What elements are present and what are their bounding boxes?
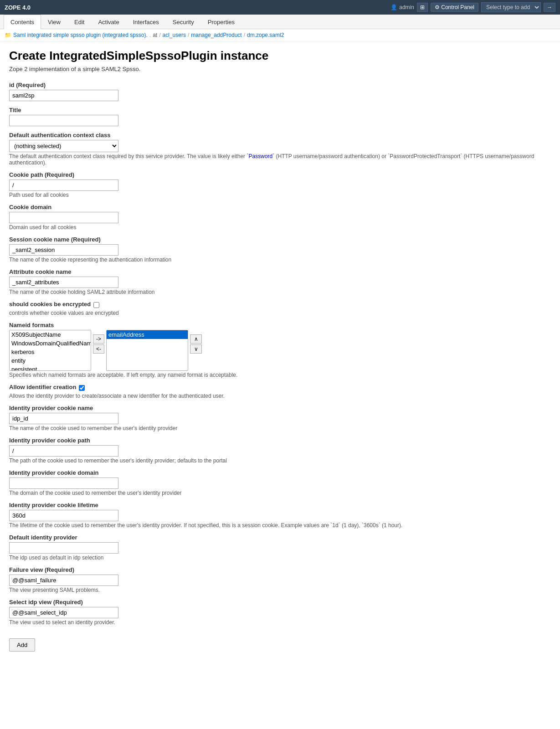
username-label: admin — [399, 4, 414, 10]
failure-view-row: Failure view (Required) The view present… — [9, 566, 551, 593]
idp-cookie-name-hint: The name of the cookie used to remember … — [9, 425, 551, 431]
tabs-bar: Contents View Edit Activate Interfaces S… — [0, 15, 560, 29]
allow-identifier-label: Allow identifier creation — [9, 384, 76, 390]
tab-activate[interactable]: Activate — [91, 15, 126, 29]
user-icon: 👤 — [390, 4, 397, 10]
failure-view-hint: The view presenting SAML problems. — [9, 587, 551, 593]
encrypt-cookies-hint: controls whether cookie values are encry… — [9, 310, 551, 316]
nameid-hint: Specifies which nameid formats are accep… — [9, 372, 551, 378]
session-cookie-input[interactable] — [9, 244, 118, 256]
id-input[interactable] — [9, 90, 118, 101]
breadcrumb-root[interactable]: Saml integrated simple spsso plugin (int… — [13, 32, 148, 38]
cookie-path-input[interactable] — [9, 180, 118, 191]
select-idp-view-label: Select idp view (Required) — [9, 599, 551, 606]
tab-view[interactable]: View — [41, 15, 67, 29]
idp-cookie-domain-hint: The domain of the cookie used to remembe… — [9, 490, 551, 496]
idp-cookie-lifetime-hint: The lifetime of the cookie used to remem… — [9, 522, 551, 529]
default-auth-row: Default authentication context class (no… — [9, 132, 551, 166]
control-panel-button[interactable]: ⚙ Control Panel — [431, 3, 478, 12]
main-content: Create IntegratedSimpleSpssoPlugin insta… — [0, 41, 560, 659]
idp-cookie-domain-row: Identity provider cookie domain The doma… — [9, 469, 551, 496]
default-idp-input[interactable] — [9, 542, 118, 554]
session-cookie-hint: The name of the cookie representing the … — [9, 257, 551, 263]
idp-cookie-path-row: Identity provider cookie path The path o… — [9, 437, 551, 464]
brand-label: ZOPE 4.0 — [5, 4, 31, 11]
idp-cookie-path-label: Identity provider cookie path — [9, 437, 551, 444]
cookie-domain-row: Cookie domain Domain used for all cookie… — [9, 204, 551, 231]
nameid-available-list[interactable]: X509SubjectName WindowsDomainQualifiedNa… — [9, 330, 91, 371]
add-button[interactable]: Add — [9, 638, 35, 652]
tab-contents[interactable]: Contents — [4, 15, 41, 29]
transfer-buttons: -> <- — [93, 334, 104, 354]
default-auth-hint: The default authentication context class… — [9, 153, 551, 166]
idp-cookie-name-row: Identity provider cookie name The name o… — [9, 405, 551, 431]
idp-cookie-path-input[interactable] — [9, 445, 118, 457]
idp-cookie-name-input[interactable] — [9, 413, 118, 424]
logout-button[interactable]: → — [544, 3, 555, 12]
failure-view-input[interactable] — [9, 575, 118, 586]
select-idp-view-hint: The view used to select an identity prov… — [9, 619, 551, 626]
allow-identifier-row: Allow identifier creation Allows the ide… — [9, 384, 551, 399]
nameid-label: Nameid formats — [9, 322, 551, 329]
default-idp-label: Default identity provider — [9, 534, 551, 541]
password-link: `Password` — [247, 153, 274, 159]
tab-edit[interactable]: Edit — [67, 15, 91, 29]
select-idp-view-input[interactable] — [9, 607, 118, 618]
nameid-selected-list[interactable]: emailAddress — [106, 330, 188, 371]
tab-interfaces[interactable]: Interfaces — [126, 15, 166, 29]
cookie-domain-input[interactable] — [9, 212, 118, 223]
move-down-button[interactable]: ∨ — [190, 344, 202, 354]
title-input[interactable] — [9, 115, 118, 126]
updown-buttons: ∧ ∨ — [190, 334, 202, 354]
idp-cookie-lifetime-input[interactable] — [9, 510, 118, 521]
failure-view-label: Failure view (Required) — [9, 566, 551, 573]
nameid-container: X509SubjectName WindowsDomainQualifiedNa… — [9, 330, 551, 371]
folder-icon: 📁 — [5, 32, 11, 38]
session-cookie-label: Session cookie name (Required) — [9, 236, 551, 243]
encrypt-cookies-row: should cookies be encrypted controls whe… — [9, 301, 551, 316]
encrypt-cookies-check-row: should cookies be encrypted — [9, 301, 551, 309]
select-idp-view-row: Select idp view (Required) The view used… — [9, 599, 551, 626]
cookie-path-label: Cookie path (Required) — [9, 171, 551, 178]
title-label: Title — [9, 107, 551, 113]
default-auth-select[interactable]: (nothing selected) — [9, 140, 118, 152]
idp-cookie-domain-label: Identity provider cookie domain — [9, 469, 551, 476]
hierarchy-button[interactable]: ⊞ — [417, 3, 428, 12]
default-auth-label: Default authentication context class — [9, 132, 551, 139]
breadcrumb-manage[interactable]: manage_addProduct — [191, 32, 241, 38]
page-title: Create IntegratedSimpleSpssoPlugin insta… — [9, 49, 551, 63]
tab-properties[interactable]: Properties — [201, 15, 241, 29]
transfer-left-button[interactable]: <- — [93, 344, 104, 354]
allow-identifier-checkbox[interactable] — [79, 385, 85, 391]
attr-cookie-row: Attribute cookie name The name of the co… — [9, 268, 551, 295]
breadcrumb-at: at — [153, 32, 157, 38]
id-label: id (Required) — [9, 82, 551, 88]
default-idp-hint: The idp used as default in idp selection — [9, 554, 551, 561]
nameid-row: Nameid formats X509SubjectName WindowsDo… — [9, 322, 551, 378]
allow-identifier-hint: Allows the identity provider to create/a… — [9, 393, 551, 399]
encrypt-cookies-label: should cookies be encrypted — [9, 301, 91, 308]
transfer-right-button[interactable]: -> — [93, 334, 104, 344]
topbar: ZOPE 4.0 👤 admin ⊞ ⚙ Control Panel Selec… — [0, 0, 560, 15]
page-description: Zope 2 implementation of a simple SAML2 … — [9, 66, 551, 72]
cookie-path-hint: Path used for all cookies — [9, 192, 551, 198]
topbar-right: 👤 admin ⊞ ⚙ Control Panel Select type to… — [390, 2, 555, 12]
idp-cookie-domain-input[interactable] — [9, 477, 118, 489]
type-select[interactable]: Select type to add — [481, 2, 541, 12]
id-row: id (Required) — [9, 82, 551, 101]
breadcrumb: 📁 Saml integrated simple spsso plugin (i… — [0, 29, 560, 41]
encrypt-cookies-checkbox[interactable] — [93, 302, 99, 308]
breadcrumb-dm[interactable]: dm.zope.saml2 — [247, 32, 284, 38]
cookie-domain-label: Cookie domain — [9, 204, 551, 210]
allow-identifier-check-row: Allow identifier creation — [9, 384, 551, 392]
attr-cookie-input[interactable] — [9, 277, 118, 288]
cookie-domain-hint: Domain used for all cookies — [9, 224, 551, 231]
attr-cookie-hint: The name of the cookie holding SAML2 att… — [9, 289, 551, 295]
move-up-button[interactable]: ∧ — [190, 334, 202, 344]
tab-security[interactable]: Security — [166, 15, 201, 29]
breadcrumb-acl[interactable]: acl_users — [163, 32, 186, 38]
idp-cookie-name-label: Identity provider cookie name — [9, 405, 551, 411]
gear-icon: ⚙ — [435, 4, 440, 10]
idp-cookie-lifetime-row: Identity provider cookie lifetime The li… — [9, 502, 551, 529]
idp-cookie-lifetime-label: Identity provider cookie lifetime — [9, 502, 551, 508]
